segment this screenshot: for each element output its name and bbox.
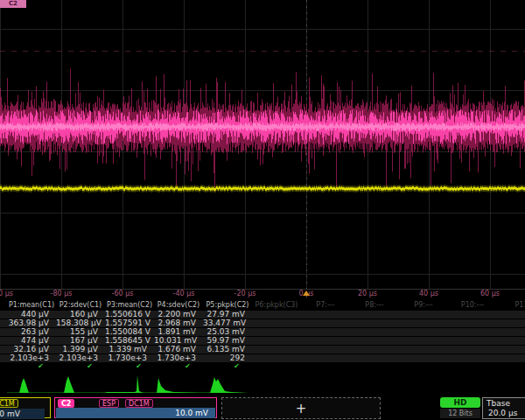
measure-cell: 2.200 mV bbox=[154, 311, 203, 318]
measure-row-sdev: 32.16 µV 1.399 µV 1.339 mV 1.676 mV 6.13… bbox=[0, 345, 525, 354]
c1-scale-value: 10.0 mV bbox=[0, 409, 45, 419]
c2-label: C2 bbox=[58, 399, 74, 408]
waveform-grid[interactable]: C2 bbox=[0, 0, 525, 290]
channel-c1-descriptor[interactable]: DC1M 10.0 mV bbox=[0, 397, 51, 418]
hd-bits-label: 12 Bits bbox=[440, 409, 480, 418]
param-header[interactable]: P9:--- bbox=[399, 301, 448, 310]
trace-label-badge: C2 bbox=[0, 0, 26, 8]
channel-c2-descriptor[interactable]: C2 ESP DC1M 10.0 mV bbox=[54, 397, 217, 418]
param-header[interactable]: P8:--- bbox=[350, 301, 399, 310]
status-check-icon: ✔ bbox=[154, 362, 203, 371]
measure-cell: 2.103e+3 bbox=[56, 354, 105, 362]
status-check-icon: ✔ bbox=[203, 362, 252, 371]
measure-cell: 32.16 µV bbox=[7, 346, 56, 354]
histicon-p3[interactable] bbox=[105, 374, 150, 395]
time-tick-label: -40 µs bbox=[173, 290, 195, 298]
time-tick-label: 40 µs bbox=[419, 290, 438, 298]
param-header[interactable]: P2:sdev(C1) bbox=[56, 301, 105, 310]
measure-cell: 1.676 mV bbox=[154, 346, 203, 354]
time-axis: -100 µs -80 µs -60 µs -40 µs -20 µs 0 µs… bbox=[0, 289, 525, 300]
param-header[interactable]: P3:mean(C2) bbox=[105, 301, 154, 310]
measure-cell: 1.339 mV bbox=[105, 346, 154, 354]
time-tick-label: -100 µs bbox=[0, 290, 13, 298]
param-header[interactable]: P11 bbox=[497, 301, 525, 310]
measure-cell: 1.558645 V bbox=[105, 337, 154, 345]
timebase-label: Tbase bbox=[486, 399, 510, 408]
measure-cell: 1.557591 V bbox=[105, 319, 154, 327]
measure-row-mean: 363.98 µV 158.308 µV 1.557591 V 2.968 mV… bbox=[0, 318, 525, 327]
waveform-canvas[interactable] bbox=[0, 0, 525, 289]
add-trace-button[interactable]: + bbox=[221, 397, 381, 419]
measure-cell: 263 µV bbox=[7, 328, 56, 336]
measure-cell: 1.550616 V bbox=[105, 311, 154, 318]
param-header[interactable]: P1:mean(C1) bbox=[7, 301, 56, 310]
timebase-descriptor[interactable]: Tbase 20.0 µs bbox=[482, 397, 525, 419]
measure-cell: 363.98 µV bbox=[7, 319, 56, 327]
measure-cell: 440 µV bbox=[7, 311, 56, 318]
measure-cell: 158.308 µV bbox=[56, 319, 105, 327]
time-tick-label: -20 µs bbox=[234, 290, 256, 298]
histicon-p5[interactable] bbox=[203, 374, 248, 395]
measure-row-min: 263 µV 155 µV 1.550084 V 1.891 mV 25.03 … bbox=[0, 327, 525, 336]
measure-cell: 1.399 µV bbox=[56, 346, 105, 354]
measure-cell: 1.891 mV bbox=[154, 328, 203, 336]
measurement-table: P1:mean(C1) P2:sdev(C1) P3:mean(C2) P4:s… bbox=[0, 301, 525, 371]
measure-row-status: ✔ ✔ ✔ ✔ ✔ bbox=[0, 362, 525, 371]
measure-cell: 6.135 mV bbox=[203, 346, 252, 354]
measure-cell: 2.968 mV bbox=[154, 319, 203, 327]
oscilloscope-screen: C2 -100 µs -80 µs -60 µs -40 µs -20 µs 0… bbox=[0, 0, 525, 420]
status-check-icon: ✔ bbox=[105, 362, 154, 371]
c2-scale-value: 10.0 mV bbox=[56, 408, 215, 418]
measure-header-row: P1:mean(C1) P2:sdev(C1) P3:mean(C2) P4:s… bbox=[0, 301, 525, 310]
param-header[interactable]: P6:pkpk(C3) bbox=[252, 301, 301, 310]
c1-coupling-chip: DC1M bbox=[0, 399, 18, 408]
measure-cell: 167 µV bbox=[56, 337, 105, 345]
hd-badge[interactable]: HD bbox=[440, 397, 480, 408]
time-tick-label: 20 µs bbox=[358, 290, 377, 298]
measure-cell: 2.103e+3 bbox=[7, 354, 56, 362]
hd-mode-group: HD 12 Bits bbox=[440, 397, 480, 419]
param-header[interactable]: P4:sdev(C2) bbox=[154, 301, 203, 310]
status-check-icon: ✔ bbox=[7, 362, 56, 371]
param-header[interactable]: P10:--- bbox=[448, 301, 497, 310]
histicon-p4[interactable] bbox=[154, 374, 200, 395]
measure-cell: 10.031 mV bbox=[154, 337, 203, 345]
time-tick-label: -80 µs bbox=[51, 290, 73, 298]
status-check-icon: ✔ bbox=[56, 362, 105, 371]
measure-cell: 27.97 mV bbox=[203, 311, 252, 318]
param-header[interactable]: P7:--- bbox=[301, 301, 350, 310]
histicon-row bbox=[0, 374, 525, 395]
time-tick-label: -60 µs bbox=[112, 290, 134, 298]
c2-coupling-chip: DC1M bbox=[125, 399, 153, 408]
measure-cell: 160 µV bbox=[56, 311, 105, 318]
measure-row-max: 474 µV 167 µV 1.558645 V 10.031 mV 59.97… bbox=[0, 336, 525, 345]
histicon-p2[interactable] bbox=[56, 374, 102, 395]
measure-cell: 25.03 mV bbox=[203, 328, 252, 336]
measure-cell: 1.730e+3 bbox=[154, 354, 203, 362]
measure-cell: 474 µV bbox=[7, 337, 56, 345]
measure-cell: 1.730e+3 bbox=[105, 354, 154, 362]
measure-cell: 59.97 mV bbox=[203, 337, 252, 345]
timebase-value: 20.0 µs bbox=[488, 409, 517, 417]
histicon-p1[interactable] bbox=[7, 374, 52, 395]
measure-row-num: 2.103e+3 2.103e+3 1.730e+3 1.730e+3 292 bbox=[0, 354, 525, 362]
descriptor-bar: DC1M 10.0 mV C2 ESP DC1M 10.0 mV + HD 12… bbox=[0, 397, 525, 420]
measure-cell: 1.550084 V bbox=[105, 328, 154, 336]
trigger-position-marker-icon[interactable] bbox=[303, 290, 310, 296]
param-header[interactable]: P5:pkpk(C2) bbox=[203, 301, 252, 310]
measure-cell: 33.477 mV bbox=[203, 319, 252, 327]
time-tick-label: 60 µs bbox=[480, 290, 500, 298]
measure-row-value: 440 µV 160 µV 1.550616 V 2.200 mV 27.97 … bbox=[0, 310, 525, 318]
c2-esp-chip: ESP bbox=[99, 399, 119, 408]
measure-cell: 155 µV bbox=[56, 328, 105, 336]
measure-cell: 292 bbox=[203, 354, 252, 362]
